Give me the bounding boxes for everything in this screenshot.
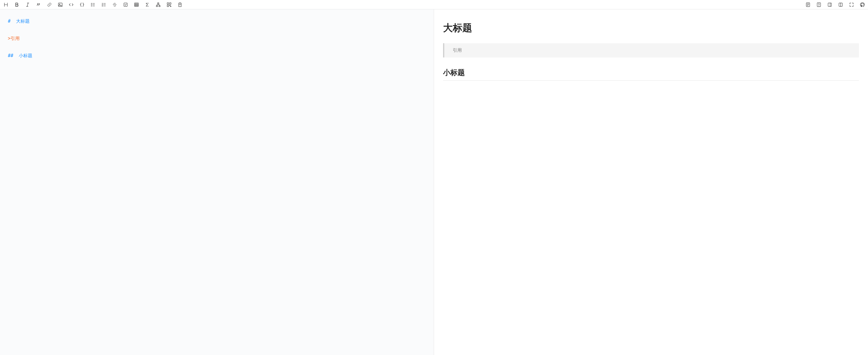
diagram-icon[interactable] — [155, 2, 161, 7]
quote-text: 引用 — [10, 36, 20, 41]
heading-icon[interactable] — [3, 2, 8, 7]
svg-rect-12 — [167, 5, 168, 6]
heading-text: 小标题 — [19, 53, 32, 58]
svg-rect-6 — [134, 3, 138, 6]
split-pane-icon[interactable] — [838, 2, 843, 7]
svg-rect-14 — [170, 6, 171, 6]
strikethrough-icon[interactable] — [112, 2, 117, 7]
svg-rect-18 — [828, 3, 831, 6]
ordered-list-icon[interactable] — [101, 2, 106, 7]
syntax-marker: ## — [8, 53, 19, 58]
svg-rect-11 — [169, 3, 171, 4]
code-icon[interactable] — [68, 2, 74, 7]
link-icon[interactable] — [46, 2, 52, 7]
syntax-marker: > — [8, 36, 10, 41]
unordered-list-icon[interactable] — [90, 2, 95, 7]
editor-line[interactable] — [8, 45, 426, 49]
sum-icon[interactable] — [145, 2, 150, 7]
editor-line[interactable] — [8, 28, 426, 32]
preview-pane: 大标题 引用 小标题 — [434, 9, 868, 355]
main-area: # 大标题 >引用 ## 小标题 大标题 引用 小标题 — [0, 9, 868, 355]
qrcode-icon[interactable] — [166, 2, 172, 7]
editor-line[interactable]: ## 小标题 — [8, 49, 426, 62]
toolbar — [0, 0, 868, 9]
github-icon[interactable] — [860, 2, 865, 7]
editor-line[interactable]: >引用 — [8, 32, 426, 45]
svg-point-1 — [59, 4, 60, 4]
quote-icon[interactable] — [36, 2, 41, 7]
braces-icon[interactable] — [79, 2, 85, 7]
italic-icon[interactable] — [25, 2, 30, 7]
heading-text: 大标题 — [16, 19, 30, 24]
export-icon[interactable] — [177, 2, 183, 7]
preview-blockquote: 引用 — [443, 43, 859, 57]
svg-rect-5 — [124, 3, 127, 6]
preview-heading2: 小标题 — [443, 68, 859, 81]
syntax-marker: # — [8, 19, 16, 24]
bold-icon[interactable] — [14, 2, 19, 7]
help-icon[interactable] — [816, 2, 822, 7]
fullscreen-icon[interactable] — [849, 2, 854, 7]
svg-rect-10 — [167, 3, 168, 4]
svg-point-17 — [819, 5, 819, 6]
svg-point-2 — [91, 3, 91, 3]
table-icon[interactable] — [133, 2, 139, 7]
image-icon[interactable] — [57, 2, 63, 7]
svg-point-4 — [91, 6, 91, 6]
editor-line[interactable]: # 大标题 — [8, 15, 426, 28]
toolbar-left — [3, 2, 183, 7]
preview-heading1: 大标题 — [443, 22, 859, 35]
toolbar-right — [805, 2, 865, 7]
outline-icon[interactable] — [805, 2, 811, 7]
single-pane-icon[interactable] — [827, 2, 832, 7]
task-list-icon[interactable] — [123, 2, 128, 7]
svg-rect-13 — [169, 5, 170, 5]
markdown-editor[interactable]: # 大标题 >引用 ## 小标题 — [0, 9, 434, 355]
